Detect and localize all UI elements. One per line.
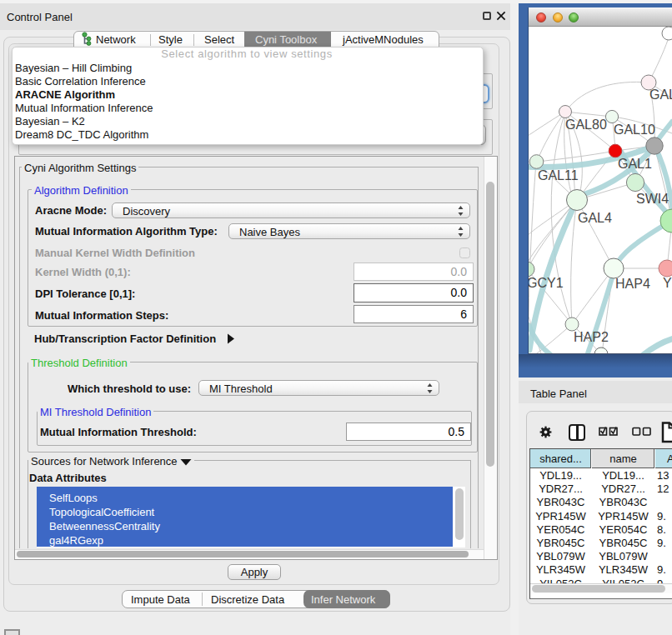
svg-text:GAL1: GAL1 [618, 157, 652, 171]
svg-text:HAP4: HAP4 [615, 277, 650, 291]
svg-text:YM: YM [663, 276, 672, 290]
svg-text:GAL7: GAL7 [649, 88, 672, 102]
svg-text:GAL11: GAL11 [538, 168, 579, 182]
svg-text:GCY1: GCY1 [529, 276, 564, 290]
svg-text:GAL80: GAL80 [565, 118, 607, 132]
svg-text:GAL4: GAL4 [578, 211, 612, 225]
svg-text:SWI4: SWI4 [636, 192, 669, 206]
svg-text:HAP2: HAP2 [574, 330, 609, 344]
svg-text:GAL10: GAL10 [614, 122, 655, 137]
